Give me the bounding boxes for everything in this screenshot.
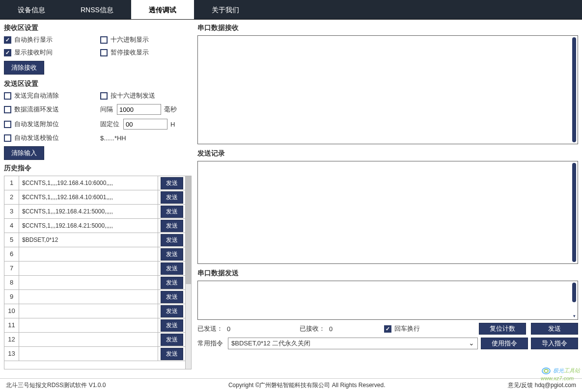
chk-auto-append[interactable]: 自动发送附加位 xyxy=(4,120,100,129)
interval-input[interactable] xyxy=(117,104,161,115)
history-row: 6发送 xyxy=(4,247,185,261)
clear-input-button[interactable]: 清除输入 xyxy=(4,146,44,160)
tab-1[interactable]: RNSS信息 xyxy=(63,0,131,19)
checkbox-icon xyxy=(4,106,11,113)
history-index: 10 xyxy=(4,304,19,318)
fixed-label: 固定位 xyxy=(100,120,119,129)
chk-cr-newline[interactable]: 回车换行 xyxy=(384,324,420,333)
fixed-unit: H xyxy=(170,121,175,128)
history-send-cell: 发送 xyxy=(158,318,185,332)
chk-label: 暂停接收显示 xyxy=(111,48,149,57)
chk-label: 数据流循环发送 xyxy=(14,105,59,114)
scroll-down-icon[interactable]: ▾ xyxy=(572,314,577,318)
history-index: 1 xyxy=(4,176,19,190)
svg-point-0 xyxy=(542,368,550,374)
send-settings-title: 发送区设置 xyxy=(4,79,192,88)
history-row: 8发送 xyxy=(4,276,185,290)
send-button[interactable]: 发送 xyxy=(531,323,578,335)
chk-auto-wrap[interactable]: 自动换行显示 xyxy=(4,35,100,44)
history-send-cell: 发送 xyxy=(158,247,185,261)
history-index: 8 xyxy=(4,276,19,289)
history-send-button[interactable]: 发送 xyxy=(161,348,183,360)
history-send-button[interactable]: 发送 xyxy=(161,262,183,275)
history-row: 13发送 xyxy=(4,347,185,361)
footer: 北斗三号短报文RDSS测试软件 V1.0.0 Copyright ©广州磐钴智能… xyxy=(0,378,582,392)
scroll-down-icon[interactable]: ▾ xyxy=(572,258,577,262)
chk-hex-send[interactable]: 按十六进制发送 xyxy=(100,91,155,100)
history-send-button[interactable]: 发送 xyxy=(161,177,183,189)
history-index: 5 xyxy=(4,233,19,247)
tab-3[interactable]: 关于我们 xyxy=(194,0,257,19)
history-row: 10发送 xyxy=(4,304,185,318)
chk-show-time[interactable]: 显示接收时间 xyxy=(4,48,100,57)
history-index: 9 xyxy=(4,290,19,304)
history-row: 5$BDSET,0*12发送 xyxy=(4,233,185,247)
chk-auto-checksum[interactable]: 自动发送校验位 xyxy=(4,133,100,142)
history-command[interactable]: $CCNTS,1,,,,192.168.4.10:6001,,,, xyxy=(19,194,158,201)
chk-label: 十六进制显示 xyxy=(111,35,149,44)
history-send-cell: 发送 xyxy=(158,304,185,318)
tab-2[interactable]: 透传调试 xyxy=(131,0,194,19)
reset-count-button[interactable]: 复位计数 xyxy=(479,323,526,335)
history-send-button[interactable]: 发送 xyxy=(161,220,183,232)
clear-recv-button[interactable]: 清除接收 xyxy=(4,61,44,75)
common-cmd-select[interactable]: $BDSET,0*12 二代永久关闭 xyxy=(228,338,478,349)
sendlog-textarea[interactable]: ▾ xyxy=(197,161,578,264)
history-send-button[interactable]: 发送 xyxy=(161,334,183,346)
chk-loop-send[interactable]: 数据流循环发送 xyxy=(4,105,100,114)
history-send-cell: 发送 xyxy=(158,205,185,218)
history-row: 1$CCNTS,1,,,,192.168.4.10:6000,,,,发送 xyxy=(4,176,185,190)
scroll-down-icon[interactable]: ▾ xyxy=(572,138,577,143)
chk-label: 回车换行 xyxy=(394,324,420,333)
history-send-button[interactable]: 发送 xyxy=(161,191,183,204)
chk-hex-display[interactable]: 十六进制显示 xyxy=(100,35,149,44)
history-send-cell: 发送 xyxy=(158,233,185,247)
import-cmd-button[interactable]: 导入指令 xyxy=(531,338,578,349)
history-index: 2 xyxy=(4,190,19,204)
recv-label: 已接收： xyxy=(300,324,325,333)
sendlog-title: 发送记录 xyxy=(197,149,578,158)
chk-label: 按十六进制发送 xyxy=(111,91,155,100)
scrollbar-thumb[interactable] xyxy=(572,163,576,262)
send-textarea[interactable]: ▾ xyxy=(197,281,578,320)
history-send-button[interactable]: 发送 xyxy=(161,305,183,317)
checkbox-icon xyxy=(100,49,108,56)
history-send-button[interactable]: 发送 xyxy=(161,319,183,332)
tab-0[interactable]: 设备信息 xyxy=(0,0,63,19)
use-cmd-button[interactable]: 使用指令 xyxy=(481,338,528,349)
recv-textarea[interactable]: ▾ xyxy=(197,35,578,144)
sent-value: 0 xyxy=(227,325,266,333)
history-send-button[interactable]: 发送 xyxy=(161,206,183,218)
checksum-pattern: $......*HH xyxy=(100,134,126,142)
history-send-button[interactable]: 发送 xyxy=(161,277,183,289)
history-send-button[interactable]: 发送 xyxy=(161,291,183,303)
scrollbar-thumb[interactable] xyxy=(186,176,191,284)
watermark: 极光工具站 www.xz7.com xyxy=(541,366,580,381)
chk-label: 显示接收时间 xyxy=(14,48,53,57)
chk-label: 自动发送校验位 xyxy=(14,133,59,142)
history-row: 11发送 xyxy=(4,318,185,333)
checkbox-icon xyxy=(100,36,108,44)
tab-bar: 设备信息RNSS信息透传调试关于我们 xyxy=(0,0,582,20)
history-command[interactable]: $BDSET,0*12 xyxy=(19,236,158,243)
chk-label: 发送完自动清除 xyxy=(14,91,59,100)
history-scrollbar[interactable] xyxy=(186,176,192,369)
checkbox-icon xyxy=(4,92,11,100)
chk-auto-clear[interactable]: 发送完自动清除 xyxy=(4,91,100,100)
history-row: 2$CCNTS,1,,,,192.168.4.10:6001,,,,发送 xyxy=(4,190,185,205)
history-send-button[interactable]: 发送 xyxy=(161,234,183,246)
history-command[interactable]: $CCNTS,1,,,192.168.4.21:5000,,,,, xyxy=(19,208,158,215)
history-title: 历史指令 xyxy=(4,164,192,173)
history-send-button[interactable]: 发送 xyxy=(161,248,183,261)
scrollbar-thumb[interactable] xyxy=(572,37,576,142)
select-value: $BDSET,0*12 二代永久关闭 xyxy=(231,339,310,348)
checkbox-icon xyxy=(4,49,11,56)
fixed-input[interactable] xyxy=(123,119,167,130)
history-send-cell: 发送 xyxy=(158,219,185,233)
chk-pause-display[interactable]: 暂停接收显示 xyxy=(100,48,149,57)
history-command[interactable]: $CCNTS,1,,,,192.168.4.10:6000,,,, xyxy=(19,180,158,186)
history-send-cell: 发送 xyxy=(158,333,185,346)
history-command[interactable]: $CCNTS,1,,,192.168.4.21:5000,,,,, xyxy=(19,222,158,229)
scrollbar-thumb[interactable] xyxy=(572,283,576,302)
chk-label: 自动换行显示 xyxy=(14,35,53,44)
